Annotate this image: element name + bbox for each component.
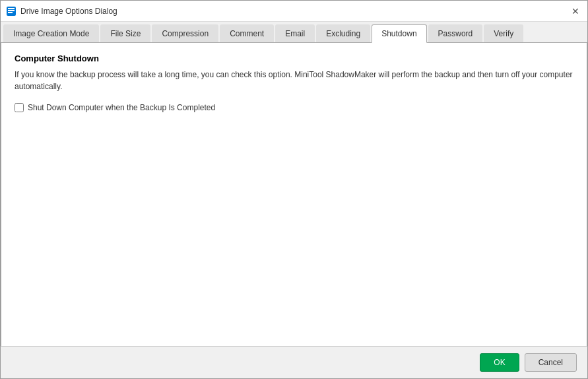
section-title: Computer Shutdown — [15, 53, 573, 63]
tab-comment[interactable]: Comment — [220, 24, 274, 42]
app-icon — [6, 6, 16, 17]
tab-compression[interactable]: Compression — [152, 24, 218, 42]
tab-password[interactable]: Password — [428, 24, 483, 42]
shutdown-checkbox-label[interactable]: Shut Down Computer when the Backup Is Co… — [28, 103, 215, 112]
tab-email[interactable]: Email — [275, 24, 315, 42]
description-text: If you know the backup process will take… — [15, 69, 573, 92]
svg-rect-2 — [8, 12, 13, 13]
tab-shutdown[interactable]: Shutdown — [372, 24, 426, 43]
tab-file-size[interactable]: File Size — [100, 24, 150, 42]
title-bar-left: Drive Image Options Dialog — [6, 6, 117, 17]
svg-rect-3 — [8, 8, 15, 9]
tab-excluding[interactable]: Excluding — [316, 24, 370, 42]
tab-image-creation-mode[interactable]: Image Creation Mode — [3, 24, 99, 42]
drive-image-options-dialog: Drive Image Options Dialog ✕ Image Creat… — [0, 0, 588, 379]
dialog-title: Drive Image Options Dialog — [20, 7, 117, 16]
cancel-button[interactable]: Cancel — [525, 353, 577, 372]
tab-verify[interactable]: Verify — [484, 24, 523, 42]
content-area: Computer Shutdown If you know the backup… — [1, 43, 587, 346]
svg-rect-1 — [8, 10, 15, 11]
ok-button[interactable]: OK — [480, 353, 519, 372]
shutdown-checkbox[interactable] — [15, 103, 24, 112]
tab-bar: Image Creation Mode File Size Compressio… — [1, 22, 587, 43]
shutdown-checkbox-row: Shut Down Computer when the Backup Is Co… — [15, 103, 573, 112]
title-bar: Drive Image Options Dialog ✕ — [1, 1, 587, 22]
footer: OK Cancel — [1, 346, 587, 378]
close-button[interactable]: ✕ — [569, 5, 582, 18]
